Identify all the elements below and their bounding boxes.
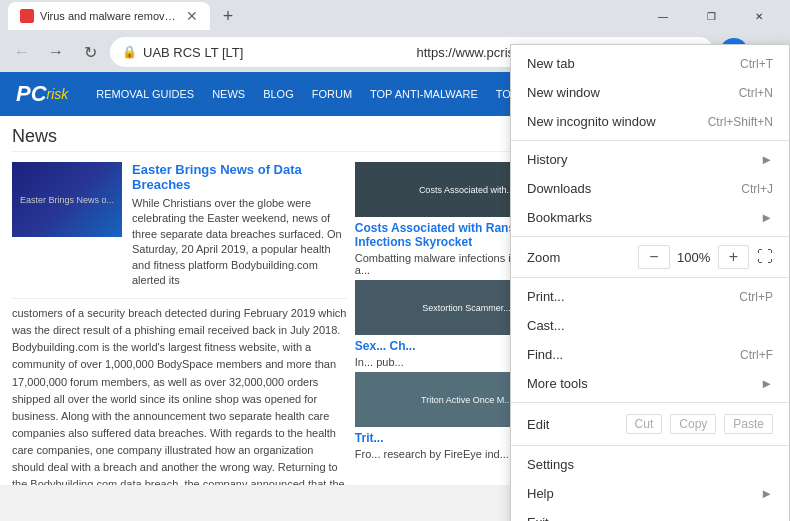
main-article-image: Easter Brings News o... xyxy=(12,162,122,237)
copy-button[interactable]: Copy xyxy=(670,414,716,434)
zoom-minus-button[interactable]: − xyxy=(638,245,669,269)
news-main: Easter Brings News o... Easter Brings Ne… xyxy=(12,162,347,288)
secure-icon: 🔒 xyxy=(122,45,137,59)
menu-item-history[interactable]: History ► xyxy=(511,145,789,174)
bookmarks-arrow-icon: ► xyxy=(760,210,773,225)
new-tab-button[interactable]: + xyxy=(214,2,242,30)
menu-item-find[interactable]: Find... Ctrl+F xyxy=(511,340,789,369)
more-tools-arrow-icon: ► xyxy=(760,376,773,391)
paste-button[interactable]: Paste xyxy=(724,414,773,434)
restore-button[interactable]: ❒ xyxy=(688,0,734,32)
main-article-content: Easter Brings News of Data Breaches Whil… xyxy=(132,162,347,288)
title-bar: Virus and malware removal instr... ✕ + —… xyxy=(0,0,790,32)
tab-title: Virus and malware removal instr... xyxy=(40,10,180,22)
context-menu: New tab Ctrl+T New window Ctrl+N New inc… xyxy=(510,44,790,521)
main-article-full-text: customers of a security breach detected … xyxy=(12,298,347,485)
browser-tab[interactable]: Virus and malware removal instr... ✕ xyxy=(8,2,210,30)
site-logo[interactable]: PC risk xyxy=(16,81,68,107)
menu-item-edit: Edit Cut Copy Paste xyxy=(511,407,789,441)
nav-forum[interactable]: FORUM xyxy=(304,84,360,104)
menu-item-cast[interactable]: Cast... xyxy=(511,311,789,340)
menu-section-4: Settings Help ► Exit xyxy=(511,446,789,521)
content-left: News Easter Brings News o... Easter Brin… xyxy=(0,116,590,485)
menu-section-1: New tab Ctrl+T New window Ctrl+N New inc… xyxy=(511,45,789,141)
cut-button[interactable]: Cut xyxy=(626,414,663,434)
main-article: Easter Brings News o... Easter Brings Ne… xyxy=(12,162,347,485)
menu-section-2: History ► Downloads Ctrl+J Bookmarks ► xyxy=(511,141,789,237)
menu-item-print[interactable]: Print... Ctrl+P xyxy=(511,282,789,311)
menu-item-settings[interactable]: Settings xyxy=(511,450,789,479)
menu-item-exit[interactable]: Exit xyxy=(511,508,789,521)
tab-close-button[interactable]: ✕ xyxy=(186,8,198,24)
menu-item-downloads[interactable]: Downloads Ctrl+J xyxy=(511,174,789,203)
nav-blog[interactable]: BLOG xyxy=(255,84,302,104)
menu-item-bookmarks[interactable]: Bookmarks ► xyxy=(511,203,789,232)
menu-section-edit: Edit Cut Copy Paste xyxy=(511,403,789,446)
menu-item-help[interactable]: Help ► xyxy=(511,479,789,508)
logo-risk: risk xyxy=(47,86,69,102)
main-article-text: While Christians over the globe were cel… xyxy=(132,196,347,288)
news-section-title: News xyxy=(12,126,578,152)
zoom-plus-button[interactable]: + xyxy=(718,245,749,269)
close-button[interactable]: ✕ xyxy=(736,0,782,32)
history-arrow-icon: ► xyxy=(760,152,773,167)
main-article-image-inner: Easter Brings News o... xyxy=(12,162,122,237)
forward-button[interactable]: → xyxy=(42,38,70,66)
tab-favicon xyxy=(20,9,34,23)
reload-button[interactable]: ↻ xyxy=(76,38,104,66)
zoom-control: Zoom − 100% + ⛶ xyxy=(511,241,789,273)
minimize-button[interactable]: — xyxy=(640,0,686,32)
url-protocol: UAB RCS LT [LT] xyxy=(143,45,411,60)
menu-item-new-tab[interactable]: New tab Ctrl+T xyxy=(511,49,789,78)
menu-item-incognito[interactable]: New incognito window Ctrl+Shift+N xyxy=(511,107,789,136)
menu-item-more-tools[interactable]: More tools ► xyxy=(511,369,789,398)
menu-item-new-window[interactable]: New window Ctrl+N xyxy=(511,78,789,107)
nav-removal-guides[interactable]: REMOVAL GUIDES xyxy=(88,84,202,104)
menu-section-3: Print... Ctrl+P Cast... Find... Ctrl+F M… xyxy=(511,278,789,403)
window-controls: — ❒ ✕ xyxy=(640,0,782,32)
help-arrow-icon: ► xyxy=(760,486,773,501)
nav-anti-malware[interactable]: TOP ANTI-MALWARE xyxy=(362,84,486,104)
menu-section-zoom: Zoom − 100% + ⛶ xyxy=(511,237,789,278)
zoom-value: 100% xyxy=(674,250,714,265)
back-button[interactable]: ← xyxy=(8,38,36,66)
main-article-title[interactable]: Easter Brings News of Data Breaches xyxy=(132,162,347,192)
logo-pc: PC xyxy=(16,81,47,107)
nav-news[interactable]: NEWS xyxy=(204,84,253,104)
zoom-fullscreen-button[interactable]: ⛶ xyxy=(757,248,773,266)
